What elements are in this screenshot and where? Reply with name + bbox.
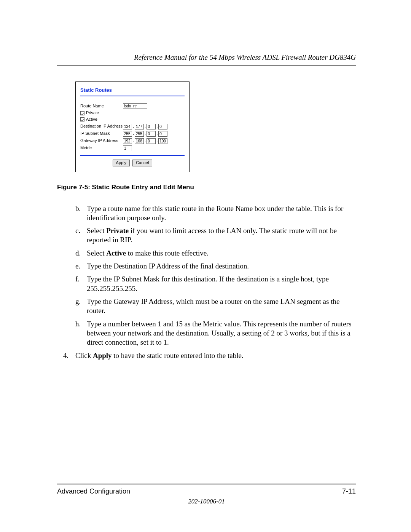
- private-checkbox[interactable]: [80, 111, 84, 115]
- mask-oct4[interactable]: 0: [158, 131, 167, 137]
- step-f: Type the IP Subnet Mask for this destina…: [87, 275, 356, 293]
- header-rule: [57, 66, 356, 66]
- mask-label: IP Subnet Mask: [80, 131, 123, 136]
- dest-ip-oct1[interactable]: 134: [123, 124, 132, 129]
- metric-input[interactable]: 1: [123, 145, 132, 151]
- marker-g: g.: [75, 297, 87, 316]
- step-g: Type the Gateway IP Address, which must …: [87, 297, 356, 316]
- cancel-button[interactable]: Cancel: [132, 160, 152, 166]
- gw-oct2[interactable]: 168: [135, 138, 144, 144]
- metric-label: Metric: [80, 145, 123, 151]
- marker-b: b.: [75, 204, 87, 223]
- panel-divider: [80, 96, 185, 96]
- private-label: Private: [86, 110, 99, 116]
- panel-divider-bottom: [80, 155, 185, 156]
- step-e: Type the Destination IP Address of the f…: [87, 262, 356, 271]
- dest-ip-oct3[interactable]: 0: [147, 124, 156, 129]
- marker-e: e.: [75, 262, 87, 271]
- marker-h: h.: [75, 320, 87, 347]
- marker-4: 4.: [63, 351, 75, 360]
- footer-rule: [57, 484, 356, 484]
- dest-ip-label: Destination IP Address: [80, 124, 123, 129]
- route-name-label: Route Name: [80, 104, 123, 109]
- dest-ip-oct2[interactable]: 177: [135, 124, 144, 129]
- footer-pagenum: 7-11: [342, 487, 356, 495]
- step-b: Type a route name for this static route …: [87, 204, 356, 223]
- panel-title: Static Routes: [80, 87, 185, 93]
- gateway-label: Gateway IP Address: [80, 138, 123, 144]
- gw-oct3[interactable]: 0: [147, 138, 156, 144]
- running-header: Reference Manual for the 54 Mbps Wireles…: [57, 53, 356, 62]
- mask-oct3[interactable]: 0: [147, 131, 156, 137]
- marker-f: f.: [75, 275, 87, 293]
- active-checkbox[interactable]: [80, 117, 84, 121]
- marker-c: c.: [75, 226, 87, 245]
- step-d: Select Active to make this route effecti…: [87, 249, 356, 258]
- static-routes-panel: Static Routes Route Name isdn_rtr Privat…: [75, 81, 190, 172]
- gw-oct4[interactable]: 100: [158, 138, 167, 144]
- step-h: Type a number between 1 and 15 as the Me…: [87, 320, 356, 347]
- dest-ip-oct4[interactable]: 0: [158, 124, 167, 129]
- step-c: Select Private if you want to limit acce…: [87, 226, 356, 245]
- mask-oct2[interactable]: 255: [135, 131, 144, 137]
- footer-docnum: 202-10006-01: [57, 498, 356, 505]
- gw-oct1[interactable]: 192: [123, 138, 132, 144]
- apply-button[interactable]: Apply: [113, 160, 130, 166]
- active-label: Active: [86, 117, 97, 122]
- marker-d: d.: [75, 249, 87, 258]
- route-name-input[interactable]: isdn_rtr: [123, 103, 147, 109]
- step-4: Click Apply to have the static route ent…: [75, 351, 244, 360]
- figure-caption: Figure 7-5: Static Route Entry and Edit …: [57, 184, 356, 191]
- mask-oct1[interactable]: 255: [123, 131, 132, 137]
- footer-section: Advanced Configuration: [57, 487, 130, 495]
